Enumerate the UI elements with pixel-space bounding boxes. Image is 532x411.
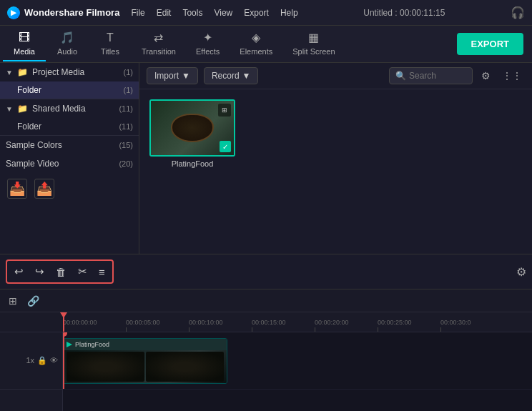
sidebar-item-sample-video[interactable]: Sample Video (20) [0,154,139,173]
timeline-controls: ⊞ 🔗 [3,294,42,308]
import-button[interactable]: Import ▼ [147,67,198,84]
checkmark-badge: ✓ [220,141,231,152]
tab-media[interactable]: 🎞 Media [3,27,46,61]
shared-media-header[interactable]: ▼ 📁 Shared Media (11) [0,99,139,118]
export-button[interactable]: EXPORT [457,33,523,55]
filter-icon[interactable]: ⚙ [478,69,493,83]
playhead [63,312,64,332]
project-folder-label: Folder [17,85,41,95]
sidebar-item-sample-colors[interactable]: Sample Colors (15) [0,136,139,154]
track-lock-icon[interactable]: 🔒 [37,356,47,365]
record-chevron-icon: ▼ [242,71,251,81]
tab-elements[interactable]: ◈ Elements [230,26,282,61]
sidebar-item-shared-folder[interactable]: Folder (11) [0,118,139,135]
search-box[interactable]: 🔍 [389,67,473,84]
track-visible-icon[interactable]: 👁 [50,356,58,365]
sidebar: ▼ 📁 Project Media (1) Folder (1) ▼ 📁 Sha… [0,63,139,254]
timeline-ruler: 00:00:00:00 00:00:05:00 00:00:10:00 00:0… [0,312,532,332]
timeline-playhead-dot [63,332,67,337]
ruler-mark-6: 00:00:30:0 [440,319,503,332]
ruler-tick-5 [378,327,378,332]
top-bar: ▶ Wondershare Filmora File Edit Tools Vi… [0,0,532,26]
redo-button[interactable]: ↪ [32,262,47,281]
shared-folder-count: (11) [119,122,133,131]
shared-media-count: (11) [119,104,133,113]
media-item-platingfood[interactable]: ⊞ ✓ PlatingFood [149,99,235,168]
menu-help[interactable]: Help [280,8,298,18]
clip-play-icon [66,342,72,347]
shared-media-header-left: ▼ 📁 Shared Media [6,104,86,114]
export-folder-button[interactable]: 📤 [34,179,54,199]
split-screen-icon: ▦ [308,31,319,44]
project-media-header-left: ▼ 📁 Project Media [6,67,84,77]
ruler-tick-3 [252,327,252,332]
ruler-mark-0: 00:00:00:00 [63,319,126,332]
menu-file[interactable]: File [131,8,144,18]
track-labels: 1x 🔒 👁 [0,332,63,411]
tab-audio-label: Audio [57,47,77,56]
elements-icon: ◈ [252,31,260,44]
record-button[interactable]: Record ▼ [204,67,259,84]
cut-button[interactable]: ✂ [75,262,90,281]
tab-effects[interactable]: ✦ Effects [186,26,230,61]
project-media-header[interactable]: ▼ 📁 Project Media (1) [0,63,139,81]
clip-name: PlatingFood [75,341,109,348]
media-grid: ⊞ ✓ PlatingFood [139,89,532,178]
project-media-label: Project Media [32,67,84,77]
sample-video-label: Sample Video [6,159,59,169]
menu-export[interactable]: Export [244,8,269,18]
ruler-label-5: 00:00:25:00 [378,319,412,327]
headphone-icon[interactable]: 🎧 [511,6,525,19]
app-name: Wondershare Filmora [24,7,119,18]
timeline: ⊞ 🔗 00:00:00:00 00:00:05:00 00:00:10:00 … [0,289,532,411]
import-label: Import [154,71,179,81]
top-bar-right: 🎧 [511,6,525,19]
record-label: Record [212,71,240,81]
timeline-add-track-button[interactable]: ⊞ [6,294,20,308]
tab-elements-label: Elements [240,47,272,56]
import-folder-button[interactable]: 📥 [7,179,27,199]
media-toolbar: Import ▼ Record ▼ 🔍 ⚙ ⋮⋮ [139,63,532,89]
ruler-label-3: 00:00:15:00 [252,319,286,327]
clip-thumb-right [146,352,224,381]
app-logo-icon: ▶ [7,6,20,19]
chevron-down-icon: ▼ [6,69,13,76]
media-item-name: PlatingFood [172,159,214,168]
project-media-section: ▼ 📁 Project Media (1) Folder (1) [0,63,139,99]
search-icon: 🔍 [395,71,406,81]
shared-media-section: ▼ 📁 Shared Media (11) Folder (11) [0,99,139,136]
delete-button[interactable]: 🗑 [53,263,69,281]
ruler-label-0: 00:00:00:00 [63,319,97,327]
adjust-button[interactable]: ≡ [96,263,108,281]
effects-icon: ✦ [203,31,212,44]
track-row-video: PlatingFood [63,332,532,390]
grid-view-icon[interactable]: ⋮⋮ [499,69,525,83]
tab-transition[interactable]: ⇄ Transition [132,26,186,61]
shared-media-label: Shared Media [32,104,86,114]
ruler-label-4: 00:00:20:00 [315,319,349,327]
sample-colors-count: (15) [119,141,133,149]
top-bar-left: ▶ Wondershare Filmora File Edit Tools Vi… [7,6,298,19]
menu-view[interactable]: View [214,8,232,18]
media-icon: 🎞 [19,31,30,44]
search-input[interactable] [409,71,466,81]
main-content: ▼ 📁 Project Media (1) Folder (1) ▼ 📁 Sha… [0,63,532,254]
tab-audio[interactable]: 🎵 Audio [46,26,89,61]
ruler-label-2: 00:00:10:00 [189,319,223,327]
titles-icon: T [107,31,114,44]
menu-tools[interactable]: Tools [182,8,202,18]
tab-titles[interactable]: T Titles [89,27,132,61]
settings-icon[interactable]: ⚙ [516,266,526,278]
tab-titles-label: Titles [101,47,119,56]
tab-effects-label: Effects [196,47,220,56]
menu-edit[interactable]: Edit [157,8,172,18]
menu-bar: File Edit Tools View Export Help [131,8,297,18]
undo-button[interactable]: ↩ [11,262,26,281]
bottom-toolbar: ↩ ↪ 🗑 ✂ ≡ ⚙ [0,254,532,289]
sidebar-item-project-folder[interactable]: Folder (1) [0,81,139,99]
video-clip-platingfood[interactable]: PlatingFood [63,338,227,384]
tab-split-screen[interactable]: ▦ Split Screen [282,26,345,61]
timeline-magnet-button[interactable]: 🔗 [24,294,42,308]
ruler-mark-3: 00:00:15:00 [252,319,315,332]
edit-tools-group: ↩ ↪ 🗑 ✂ ≡ [6,259,114,284]
